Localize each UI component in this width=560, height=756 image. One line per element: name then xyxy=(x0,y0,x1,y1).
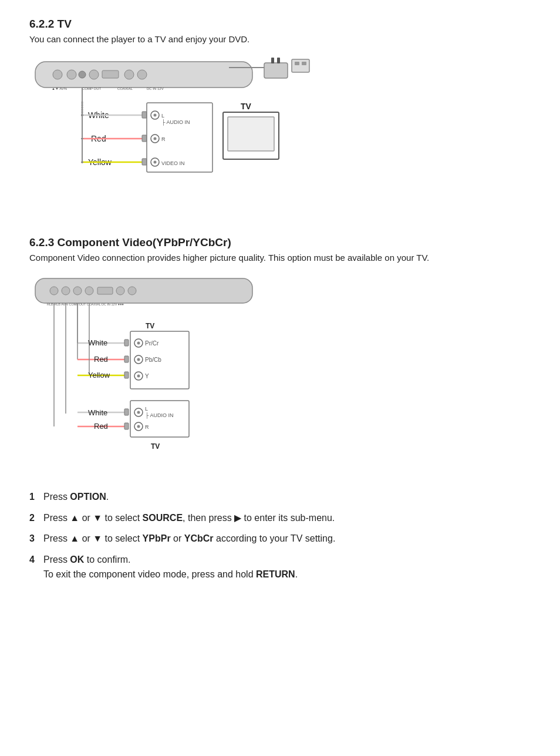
svg-rect-67 xyxy=(124,372,129,378)
svg-text:White: White xyxy=(88,338,107,347)
svg-rect-55 xyxy=(97,287,113,294)
svg-rect-73 xyxy=(124,423,129,429)
svg-text:TV: TV xyxy=(151,442,160,451)
svg-point-54 xyxy=(85,287,93,295)
svg-point-2 xyxy=(67,70,76,79)
svg-point-88 xyxy=(137,375,140,378)
svg-text:Yellow: Yellow xyxy=(88,371,110,379)
instruction-step-3: 3 Press ▲ or ▼ to select YPbPr or YCbCr … xyxy=(29,531,531,546)
svg-point-85 xyxy=(137,358,140,361)
svg-text:Red: Red xyxy=(94,422,108,431)
svg-rect-90 xyxy=(130,401,189,437)
instructions-list: 1 Press OPTION. 2 Press ▲ or ▼ to select… xyxy=(29,489,531,582)
section-component-desc: Component Video connection provides high… xyxy=(29,251,531,265)
svg-point-38 xyxy=(154,113,157,116)
step-3-bold1: YPbPr xyxy=(143,533,171,543)
svg-text:COAXIAL: COAXIAL xyxy=(117,87,133,90)
step-number-4: 4 xyxy=(29,552,35,567)
svg-text:Pb/Cb: Pb/Cb xyxy=(145,357,161,363)
svg-text:├ AUDIO IN: ├ AUDIO IN xyxy=(145,412,173,419)
svg-rect-17 xyxy=(295,62,299,65)
svg-point-51 xyxy=(50,287,58,295)
svg-point-1 xyxy=(53,70,62,79)
step-4-bold2: RETURN xyxy=(256,569,295,579)
svg-point-6 xyxy=(124,70,134,79)
diagram-tv: ▲▼ AV% COMP OUT COAXIAL DC IN 12V White xyxy=(29,55,531,222)
svg-text:TV: TV xyxy=(241,102,252,111)
step-1-text: Press OPTION. xyxy=(43,492,109,502)
svg-point-56 xyxy=(116,287,124,295)
diagram-component: RLB RLB AV% COMP.OUT COAXIAL DC IN 12V ●… xyxy=(29,273,531,475)
svg-point-3 xyxy=(79,71,86,78)
svg-text:├ AUDIO IN: ├ AUDIO IN xyxy=(161,119,190,126)
svg-rect-13 xyxy=(264,63,288,78)
svg-point-82 xyxy=(137,342,140,345)
diagram-component-svg: RLB RLB AV% COMP.OUT COAXIAL DC IN 12V ●… xyxy=(29,273,340,475)
svg-point-53 xyxy=(73,287,82,295)
svg-text:Y: Y xyxy=(145,373,149,379)
svg-rect-5 xyxy=(102,70,119,78)
svg-point-45 xyxy=(154,160,157,163)
instruction-step-1: 1 Press OPTION. xyxy=(29,489,531,505)
svg-rect-18 xyxy=(302,62,306,65)
svg-rect-35 xyxy=(142,159,147,165)
svg-rect-27 xyxy=(142,112,147,118)
svg-text:Red: Red xyxy=(94,355,108,364)
step-4-bold1: OK xyxy=(70,555,84,565)
section-tv-desc: You can connect the player to a TV and e… xyxy=(29,33,531,46)
svg-rect-70 xyxy=(124,409,129,415)
svg-point-7 xyxy=(137,70,147,79)
section-component-heading: 6.2.3 Component Video(YPbPr/YCbCr) xyxy=(29,236,531,249)
svg-rect-31 xyxy=(142,135,147,142)
svg-rect-16 xyxy=(292,59,309,72)
svg-rect-64 xyxy=(124,356,129,362)
svg-rect-61 xyxy=(124,340,129,346)
svg-rect-15 xyxy=(277,58,280,63)
svg-point-4 xyxy=(89,70,99,79)
svg-point-57 xyxy=(128,287,136,295)
svg-point-52 xyxy=(62,287,70,295)
svg-point-92 xyxy=(137,411,140,414)
step-number-1: 1 xyxy=(29,489,35,505)
instruction-step-4: 4 Press OK to confirm. To exit the compo… xyxy=(29,552,531,582)
section-tv-heading: 6.2.2 TV xyxy=(29,18,531,31)
svg-text:R: R xyxy=(145,424,149,430)
diagram-tv-svg: ▲▼ AV% COMP OUT COAXIAL DC IN 12V White xyxy=(29,55,340,222)
step-number-3: 3 xyxy=(29,531,35,546)
svg-text:White: White xyxy=(88,408,107,417)
svg-text:DC IN 12V: DC IN 12V xyxy=(147,87,164,90)
svg-text:VIDEO IN: VIDEO IN xyxy=(161,160,185,166)
svg-point-42 xyxy=(154,137,157,140)
svg-text:Pr/Cr: Pr/Cr xyxy=(145,340,159,347)
step-2-text: Press ▲ or ▼ to select SOURCE, then pres… xyxy=(43,513,335,523)
step-4-text: Press OK to confirm. To exit the compone… xyxy=(43,555,298,580)
svg-text:R: R xyxy=(161,136,166,142)
svg-text:TV: TV xyxy=(146,322,154,330)
svg-point-96 xyxy=(137,425,140,428)
svg-rect-49 xyxy=(228,117,274,151)
section-tv: 6.2.2 TV You can connect the player to a… xyxy=(29,18,531,222)
section-component: 6.2.3 Component Video(YPbPr/YCbCr) Compo… xyxy=(29,236,531,476)
svg-text:▲▼ AV%: ▲▼ AV% xyxy=(52,87,68,90)
svg-rect-14 xyxy=(271,58,274,63)
svg-text:RLB  RLB  AV%  COMP.OUT  COAXI: RLB RLB AV% COMP.OUT COAXIAL DC IN 12V ●… xyxy=(47,303,124,306)
step-3-bold2: YCbCr xyxy=(184,533,214,543)
step-number-2: 2 xyxy=(29,510,35,526)
step-2-bold: SOURCE xyxy=(143,513,183,523)
svg-text:L: L xyxy=(161,113,164,119)
svg-text:COMP OUT: COMP OUT xyxy=(82,87,102,90)
step-1-bold: OPTION xyxy=(70,492,106,502)
instruction-step-2: 2 Press ▲ or ▼ to select SOURCE, then pr… xyxy=(29,510,531,526)
svg-text:L: L xyxy=(145,406,148,412)
step-3-text: Press ▲ or ▼ to select YPbPr or YCbCr ac… xyxy=(43,533,335,543)
